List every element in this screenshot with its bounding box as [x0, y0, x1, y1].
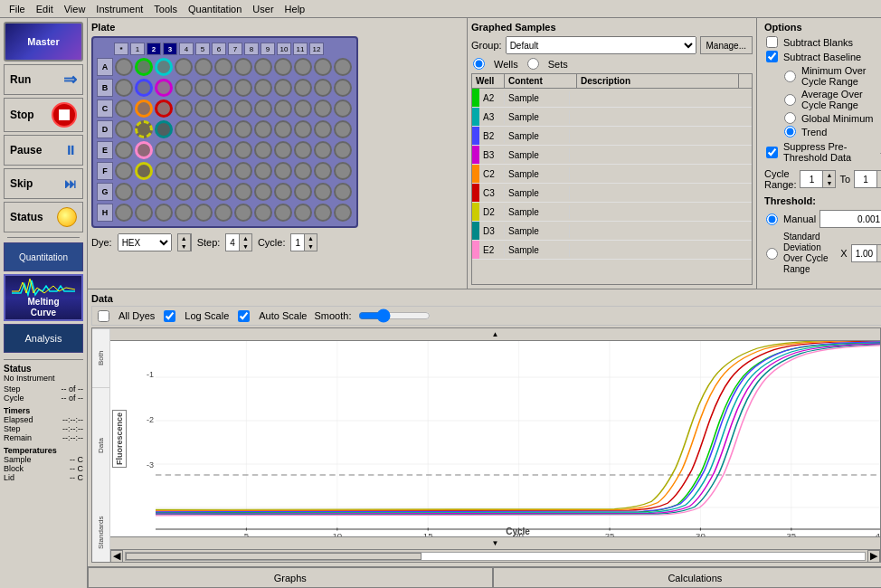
well-d3[interactable] [155, 120, 173, 138]
well-e7[interactable] [234, 141, 252, 159]
well-g10[interactable] [294, 183, 312, 201]
well-g7[interactable] [234, 183, 252, 201]
well-h12[interactable] [334, 204, 352, 222]
well-g4[interactable] [175, 183, 193, 201]
well-h2[interactable] [135, 204, 153, 222]
well-c4[interactable] [175, 100, 193, 118]
well-h8[interactable] [254, 204, 272, 222]
well-b4[interactable] [175, 79, 193, 97]
group-select[interactable]: Default [506, 36, 696, 54]
chart-scroll-down[interactable]: ▼ [110, 536, 880, 549]
well-a12[interactable] [334, 58, 352, 76]
analysis-button[interactable]: Analysis [4, 324, 83, 353]
well-f5[interactable] [194, 162, 213, 180]
std-dev-down[interactable]: ▼ [877, 253, 881, 261]
cycle-from-up[interactable]: ▲ [823, 171, 835, 179]
well-b7[interactable] [234, 79, 252, 97]
well-c1[interactable] [115, 100, 133, 118]
well-f10[interactable] [294, 162, 312, 180]
well-e4[interactable] [175, 141, 193, 159]
well-b12[interactable] [334, 79, 352, 97]
cycle-to-down[interactable]: ▼ [877, 179, 881, 187]
menu-view[interactable]: View [59, 2, 91, 16]
subtract-blanks-checkbox[interactable] [766, 36, 778, 48]
well-b1[interactable] [115, 79, 133, 97]
well-e2[interactable] [135, 141, 153, 159]
cycle-to-up[interactable]: ▲ [877, 171, 881, 179]
step-spin-up[interactable]: ▲ [240, 234, 251, 242]
well-a1[interactable] [115, 58, 133, 76]
menu-quantitation[interactable]: Quantitation [183, 2, 247, 16]
well-g6[interactable] [214, 183, 232, 201]
well-g5[interactable] [194, 183, 213, 201]
well-g8[interactable] [254, 183, 272, 201]
well-d8[interactable] [254, 120, 272, 138]
well-d7[interactable] [234, 120, 252, 138]
well-d9[interactable] [274, 120, 292, 138]
well-d2[interactable] [135, 120, 153, 138]
stop-button[interactable]: Stop [4, 98, 83, 132]
well-e3[interactable] [155, 141, 173, 159]
well-d12[interactable] [334, 120, 352, 138]
well-f3[interactable] [155, 162, 173, 180]
well-e12[interactable] [334, 141, 352, 159]
well-h10[interactable] [294, 204, 312, 222]
dye-spin-up[interactable]: ▲ [178, 234, 190, 242]
well-a11[interactable] [314, 58, 332, 76]
manual-threshold-radio[interactable] [766, 213, 778, 225]
scroll-right-button[interactable]: ▶ [867, 550, 880, 563]
all-dyes-checkbox[interactable] [98, 310, 109, 322]
well-g12[interactable] [334, 183, 352, 201]
manual-threshold-input[interactable] [819, 210, 881, 228]
well-f8[interactable] [254, 162, 272, 180]
trend-radio[interactable] [784, 126, 796, 138]
well-a2[interactable] [135, 58, 153, 76]
well-e6[interactable] [214, 141, 232, 159]
menu-help[interactable]: Help [279, 2, 311, 16]
well-g11[interactable] [314, 183, 332, 201]
menu-tools[interactable]: Tools [148, 2, 183, 16]
well-h11[interactable] [314, 204, 332, 222]
well-c6[interactable] [214, 100, 232, 118]
well-e11[interactable] [314, 141, 332, 159]
well-h1[interactable] [115, 204, 133, 222]
scroll-thumb[interactable] [126, 553, 422, 560]
well-c3[interactable] [155, 100, 173, 118]
global-minimum-radio[interactable] [784, 112, 796, 124]
menu-edit[interactable]: Edit [31, 2, 59, 16]
dye-select[interactable]: HEX [118, 233, 172, 251]
well-f9[interactable] [274, 162, 292, 180]
avg-over-cycle-radio[interactable] [784, 94, 796, 106]
well-f12[interactable] [334, 162, 352, 180]
chart-scroll-up[interactable]: ▲ [110, 328, 880, 341]
well-b6[interactable] [214, 79, 232, 97]
well-b2[interactable] [135, 79, 153, 97]
scroll-left-button[interactable]: ◀ [110, 550, 123, 563]
well-b9[interactable] [274, 79, 292, 97]
menu-instrument[interactable]: Instrument [90, 2, 148, 16]
well-e8[interactable] [254, 141, 272, 159]
std-dev-up[interactable]: ▲ [877, 245, 881, 253]
graphs-tab[interactable]: Graphs [88, 567, 493, 588]
well-a4[interactable] [175, 58, 193, 76]
well-f1[interactable] [115, 162, 133, 180]
well-d1[interactable] [115, 120, 133, 138]
std-dev-threshold-radio[interactable] [766, 248, 778, 260]
well-a6[interactable] [214, 58, 232, 76]
well-c10[interactable] [294, 100, 312, 118]
pause-button[interactable]: Pause ⏸ [4, 135, 83, 166]
well-e5[interactable] [194, 141, 213, 159]
well-d5[interactable] [194, 120, 213, 138]
well-h9[interactable] [274, 204, 292, 222]
well-b5[interactable] [194, 79, 213, 97]
dye-spin-down[interactable]: ▼ [178, 242, 190, 251]
suppress-pre-threshold-checkbox[interactable] [766, 147, 778, 158]
well-b11[interactable] [314, 79, 332, 97]
well-g2[interactable] [135, 183, 153, 201]
well-f2[interactable] [135, 162, 153, 180]
step-spin-down[interactable]: ▼ [240, 242, 251, 251]
well-h5[interactable] [194, 204, 213, 222]
status-button[interactable]: Status [4, 202, 83, 232]
smooth-slider[interactable] [358, 308, 431, 323]
well-c12[interactable] [334, 100, 352, 118]
